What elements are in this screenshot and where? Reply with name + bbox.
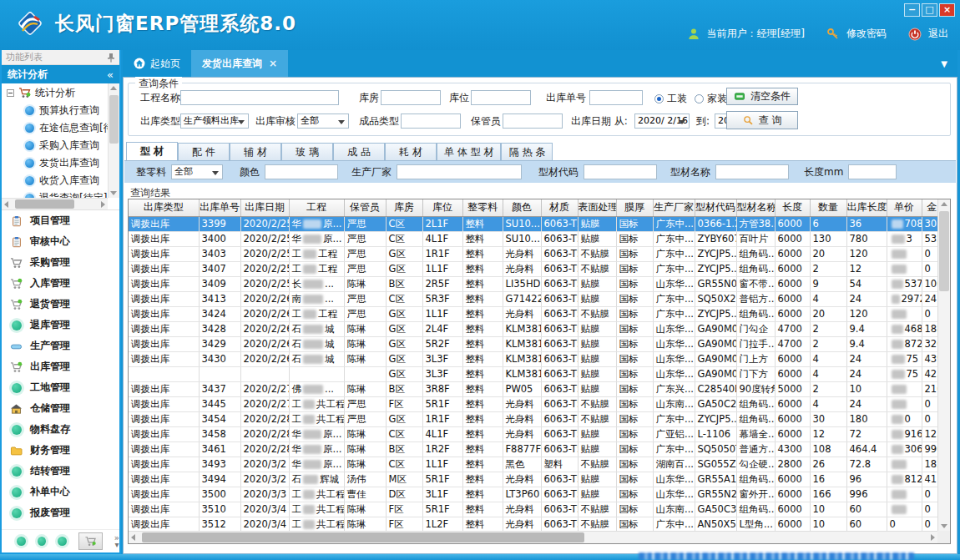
column-header[interactable]: 整零料 <box>462 199 503 216</box>
table-row[interactable]: 调拨出库34092020/2/25长...陈琳B区2R5F整料LI35HD606… <box>129 276 937 291</box>
grid-vertical-scrollbar[interactable] <box>937 199 950 531</box>
tree-expander-icon[interactable] <box>7 89 14 97</box>
column-header[interactable]: 单价 <box>887 199 922 216</box>
tree-root[interactable]: 统计分析 <box>2 83 119 102</box>
table-row[interactable]: 调拨出库34032020/2/25工工程严思G区1R1F整料光身料6063-T5… <box>129 246 937 261</box>
tab-home[interactable]: 起始页 <box>123 50 191 77</box>
column-header[interactable]: 材质 <box>541 199 578 216</box>
tree-item[interactable]: 采购入库查询 <box>2 137 119 154</box>
table-row[interactable]: 调拨出库35122020/3/4工共工程陈琳F区1L2F整料光身料6063-T5… <box>129 517 937 531</box>
tab-close-icon[interactable]: × <box>269 58 277 69</box>
column-header[interactable]: 保管员 <box>344 199 386 216</box>
search-button[interactable]: 查 询 <box>726 111 798 129</box>
material-tab[interactable]: 玻 璃 <box>281 143 333 160</box>
column-header[interactable]: 金 <box>922 199 937 216</box>
table-row[interactable]: 调拨出库34282020/2/26石城陈琳G区2L4F整料KLM38176063… <box>129 321 937 336</box>
material-tab[interactable]: 配 件 <box>178 143 230 160</box>
column-header[interactable]: 颜色 <box>503 199 541 216</box>
table-row[interactable]: 调拨出库34452020/2/27工共工程严思F区5R1F整料光身料6063-T… <box>129 396 937 411</box>
warehouse-input[interactable] <box>381 90 441 105</box>
table-row[interactable]: 调拨出库34242020/2/26工工程严思G区1L1F整料光身料6063-T5… <box>129 306 937 321</box>
sidebar-item[interactable]: 报废管理 <box>2 502 119 523</box>
column-header[interactable]: 出库日期 <box>240 199 289 216</box>
table-row[interactable]: 调拨出库34942020/3/2石辉城汤伟M区5R1F整料光身料6063-T5贴… <box>129 472 937 487</box>
table-row[interactable]: G区3L3F整料KLM38176063-T5贴膜国标山东华...GA90M09.… <box>129 366 937 381</box>
table-row[interactable]: 调拨出库34932020/3/2华原...陈琳C区1L1F整料黑色塑料不贴膜国标… <box>129 457 937 472</box>
table-row[interactable]: 调拨出库34132020/2/26南...严思C区5R3F整料G71422606… <box>129 291 937 306</box>
clear-conditions-button[interactable]: 清空条件 <box>726 88 798 105</box>
sidebar-item[interactable]: 入库管理 <box>2 273 119 294</box>
tree-vertical-scrollbar[interactable] <box>108 83 119 198</box>
audit-dropdown[interactable]: 全部 <box>297 114 349 129</box>
color-input[interactable] <box>265 164 338 179</box>
profile-name-input[interactable] <box>715 164 789 179</box>
material-tab[interactable]: 耗 材 <box>385 143 437 160</box>
sidebar-item[interactable]: 项目管理 <box>2 210 119 231</box>
whole-dropdown[interactable]: 全部 <box>171 164 223 179</box>
profile-code-input[interactable] <box>584 164 657 179</box>
radio-industrial[interactable]: 工装 <box>654 92 687 106</box>
pin-icon[interactable] <box>107 53 115 63</box>
material-tab[interactable]: 成 品 <box>333 143 385 160</box>
project-name-input[interactable] <box>180 90 339 105</box>
sidebar-item[interactable]: 采购管理 <box>2 252 119 273</box>
length-input[interactable] <box>848 164 897 179</box>
sidebar-item[interactable]: 工地管理 <box>2 377 119 398</box>
product-type-input[interactable] <box>401 114 461 129</box>
column-header[interactable]: 库位 <box>422 199 462 216</box>
column-header[interactable]: 出库类型 <box>129 199 199 216</box>
sidebar-item[interactable]: 审核中心 <box>2 231 119 252</box>
logout-link[interactable]: 退出 <box>928 27 948 41</box>
grid-horizontal-scrollbar[interactable] <box>129 531 937 543</box>
table-row[interactable]: 调拨出库34302020/2/26石城陈琳G区3L3F整料KLM38176063… <box>129 351 937 366</box>
column-header[interactable]: 出库单号 <box>199 199 240 216</box>
column-header[interactable]: 数量 <box>810 199 846 216</box>
material-tab[interactable]: 隔 热 条 <box>501 143 553 160</box>
radio-home-decor[interactable]: 家装 <box>695 92 727 106</box>
minimize-button[interactable]: − <box>904 3 920 17</box>
material-tab[interactable]: 单 体 型 材 <box>437 143 501 160</box>
material-tab[interactable]: 辅 材 <box>230 143 281 160</box>
sidebar-item[interactable]: 退库管理 <box>2 315 119 335</box>
table-row[interactable]: 调拨出库34002020/2/25华原...严思C区4L1F整料SU10...6… <box>129 231 937 246</box>
sidebar-item[interactable]: 结转管理 <box>2 461 119 482</box>
stats-group-button[interactable] <box>78 532 103 550</box>
manufacturer-input[interactable] <box>397 164 522 179</box>
close-button[interactable]: × <box>939 3 955 17</box>
sidebar-item[interactable]: 补单中心 <box>2 482 119 502</box>
sidebar-item[interactable]: 物料盘存 <box>2 419 119 440</box>
collapse-icon[interactable]: « <box>107 68 114 81</box>
more-groups-chevron[interactable]: »▾ <box>114 535 119 548</box>
outbound-no-input[interactable] <box>589 90 643 105</box>
group-dot-icon[interactable] <box>38 537 47 546</box>
table-row[interactable]: 调拨出库35002020/3/3工共工程曹佳D区3L1F整料LT3P606063… <box>129 487 937 502</box>
table-row[interactable]: 调拨出库34542020/2/28工共工程严思G区1R1F整料光身料6063-T… <box>129 411 937 426</box>
sidebar-item[interactable]: 生产管理 <box>2 335 119 356</box>
tree-item[interactable]: 预算执行查询 <box>2 102 119 119</box>
tab-list-caret-icon[interactable]: ▼ <box>941 59 957 68</box>
column-header[interactable]: 生产厂家 <box>653 199 695 216</box>
column-header[interactable]: 出库长度 <box>846 199 887 216</box>
column-header[interactable]: 工程 <box>289 199 344 216</box>
location-input[interactable] <box>471 90 531 105</box>
table-row[interactable]: 调拨出库34072020/2/25工工程严思G区1L1F整料光身料6063-T5… <box>129 261 937 276</box>
tree-item[interactable]: 在途信息查询[待 <box>2 119 119 137</box>
column-header[interactable]: 长度 <box>775 199 810 216</box>
table-row[interactable]: 调拨出库34582020/2/28华原...陈琳C区4L1F整料光身料6063-… <box>129 426 937 441</box>
out-type-dropdown[interactable]: 生产领料出库 <box>180 114 249 129</box>
sidebar-item[interactable]: 仓储管理 <box>2 398 119 419</box>
table-row[interactable]: 调拨出库34612020/2/28华原...陈琳B区1R2F整料F8877FT6… <box>129 441 937 457</box>
keeper-input[interactable] <box>503 114 563 129</box>
change-password-link[interactable]: 修改密码 <box>846 27 887 41</box>
group-dot-icon[interactable] <box>58 537 67 546</box>
tree-item[interactable]: 收货入库查询 <box>2 172 119 189</box>
table-row[interactable]: 调拨出库33992020/2/25华原...严思C区2L1F整料SU10...6… <box>129 216 937 231</box>
column-header[interactable]: 型材代码 <box>695 199 736 216</box>
sidebar-item[interactable]: 出库管理 <box>2 356 119 377</box>
sidebar-section-header[interactable]: 统计分析 « <box>2 65 119 83</box>
sidebar-item[interactable]: 财务管理 <box>2 440 119 461</box>
column-header[interactable]: 型材名称 <box>736 199 775 216</box>
column-header[interactable]: 库房 <box>386 199 422 216</box>
tree-item[interactable]: 发货出库查询 <box>2 154 119 172</box>
table-row[interactable]: 调拨出库34372020/2/27佛...陈琳B区3R8F整料PW056063-… <box>129 381 937 396</box>
